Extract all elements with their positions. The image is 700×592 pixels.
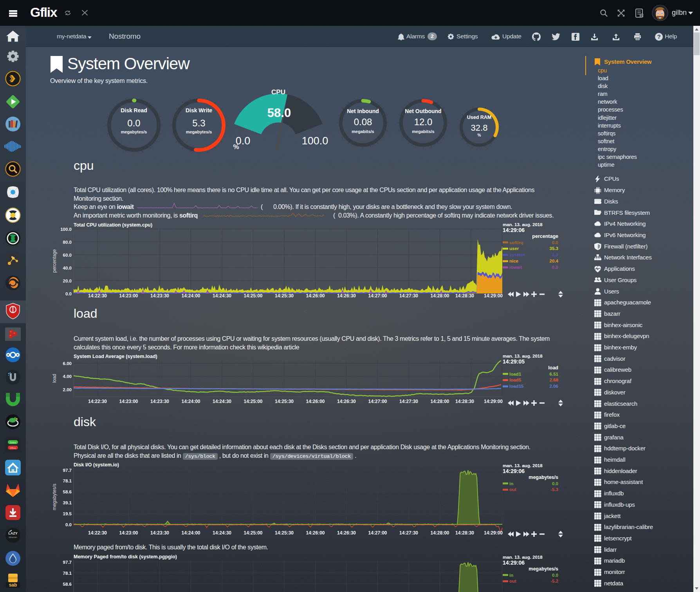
svg-text:14:24:00: 14:24:00 xyxy=(181,530,200,536)
svg-text:14:29:00: 14:29:00 xyxy=(484,399,503,404)
svg-text:14:27:30: 14:27:30 xyxy=(399,399,418,404)
svg-text:14:25:00: 14:25:00 xyxy=(244,530,262,536)
svg-text:14:28:30: 14:28:30 xyxy=(455,399,474,404)
svg-text:97.7: 97.7 xyxy=(63,560,72,565)
svg-text:Online: Online xyxy=(10,441,16,444)
svg-text:40.0: 40.0 xyxy=(63,266,72,270)
svg-text:System Load Average (system.lo: System Load Average (system.load) xyxy=(74,354,157,359)
svg-text:20.0: 20.0 xyxy=(63,279,72,283)
svg-text:?: ? xyxy=(657,33,660,40)
svg-text:14:24:30: 14:24:30 xyxy=(213,399,231,404)
svg-text:14:27:30: 14:27:30 xyxy=(399,530,418,536)
svg-text:sab: sab xyxy=(9,582,17,588)
svg-text:14:22:30: 14:22:30 xyxy=(88,530,107,536)
svg-text:14:26:00: 14:26:00 xyxy=(306,293,325,299)
svg-text:librarian: librarian xyxy=(9,536,17,538)
svg-text:100.0: 100.0 xyxy=(60,227,72,232)
svg-text:14:28:30: 14:28:30 xyxy=(455,530,474,536)
svg-text:load: load xyxy=(52,374,57,383)
svg-text:14:24:30: 14:24:30 xyxy=(213,293,231,299)
svg-text:14:23:00: 14:23:00 xyxy=(119,293,138,299)
svg-text:14:25:30: 14:25:30 xyxy=(275,530,294,536)
svg-text:0.0: 0.0 xyxy=(65,292,72,296)
svg-text:14:25:30: 14:25:30 xyxy=(275,399,294,404)
svg-text:14:29:00: 14:29:00 xyxy=(484,293,503,299)
svg-text:14:24:30: 14:24:30 xyxy=(213,530,231,536)
svg-text:14:23:30: 14:23:30 xyxy=(150,530,169,536)
svg-text:14:26:30: 14:26:30 xyxy=(337,399,356,404)
svg-text:14:23:30: 14:23:30 xyxy=(150,293,169,299)
svg-text:58.6: 58.6 xyxy=(63,582,72,587)
svg-text:Disk I/O (system.io): Disk I/O (system.io) xyxy=(74,462,119,468)
svg-text:14:25:00: 14:25:00 xyxy=(244,399,262,404)
svg-text:4.00: 4.00 xyxy=(63,374,72,379)
svg-text:80.0: 80.0 xyxy=(63,240,72,245)
svg-text:14:26:30: 14:26:30 xyxy=(337,293,356,299)
svg-text:Offline: Offline xyxy=(10,447,16,449)
svg-text:19.5: 19.5 xyxy=(63,511,72,516)
svg-text:14:28:00: 14:28:00 xyxy=(430,399,449,404)
svg-text:Total CPU utilization (system.: Total CPU utilization (system.cpu) xyxy=(74,222,152,228)
svg-text:14:25:00: 14:25:00 xyxy=(244,293,262,299)
svg-text:78.1: 78.1 xyxy=(63,571,72,576)
svg-text:megabytes/s: megabytes/s xyxy=(52,484,57,510)
svg-text:97.7: 97.7 xyxy=(63,468,72,473)
svg-text:14:22:30: 14:22:30 xyxy=(88,399,107,404)
svg-text:percentage: percentage xyxy=(52,249,57,273)
svg-text:2.00: 2.00 xyxy=(63,387,72,392)
svg-text:14:28:00: 14:28:00 xyxy=(430,530,449,536)
svg-text:Memory Paged from/to disk (sys: Memory Paged from/to disk (system.pgpgio… xyxy=(74,554,177,560)
svg-text:14:22:30: 14:22:30 xyxy=(88,293,107,299)
svg-text:14:27:00: 14:27:00 xyxy=(368,293,387,299)
svg-text:14:26:00: 14:26:00 xyxy=(306,399,325,404)
svg-text:14:23:00: 14:23:00 xyxy=(119,530,138,536)
svg-text:14:28:00: 14:28:00 xyxy=(430,293,449,299)
svg-text:14:27:00: 14:27:00 xyxy=(368,399,387,404)
svg-text:14:29:00: 14:29:00 xyxy=(484,530,503,536)
svg-text:14:23:30: 14:23:30 xyxy=(150,399,169,404)
svg-text:14:24:00: 14:24:00 xyxy=(181,293,200,299)
svg-text:14:25:30: 14:25:30 xyxy=(275,293,294,299)
svg-text:14:27:30: 14:27:30 xyxy=(399,293,418,299)
svg-text:39.1: 39.1 xyxy=(63,500,72,505)
svg-text:6.00: 6.00 xyxy=(63,361,72,366)
svg-text:14:27:00: 14:27:00 xyxy=(368,530,387,536)
svg-text:14:26:00: 14:26:00 xyxy=(306,530,325,536)
svg-text:0.0: 0.0 xyxy=(65,522,72,527)
svg-text:14:24:00: 14:24:00 xyxy=(181,399,200,404)
svg-text:60.0: 60.0 xyxy=(63,253,72,257)
svg-text:14:23:00: 14:23:00 xyxy=(119,399,138,404)
svg-text:58.6: 58.6 xyxy=(63,489,72,494)
svg-text:14:26:30: 14:26:30 xyxy=(337,530,356,536)
svg-text:14:28:30: 14:28:30 xyxy=(455,293,474,299)
svg-text:78.1: 78.1 xyxy=(63,479,72,483)
